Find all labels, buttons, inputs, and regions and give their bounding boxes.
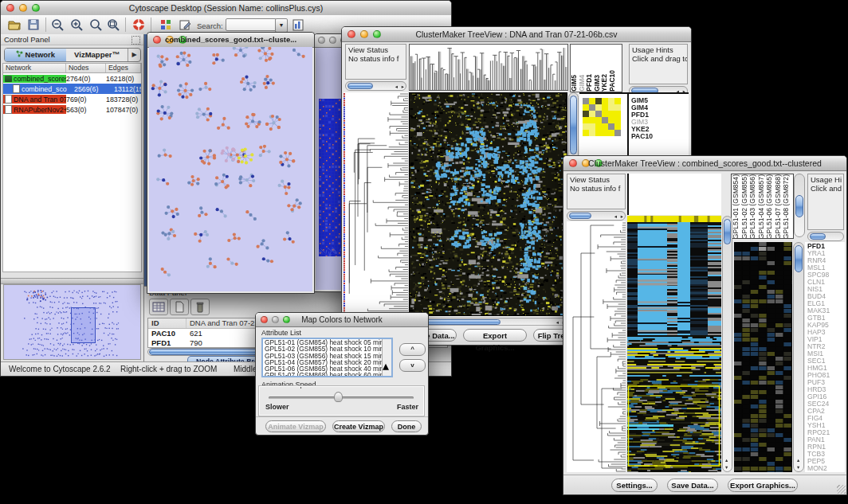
column-label[interactable]: GPL51-07 (GSM868) [774,174,783,239]
gene-list-vscroll[interactable]: ▴ ▾ [793,242,804,472]
column-labels-vscroll[interactable] [794,174,805,237]
row-dendrogram[interactable] [344,92,408,316]
usage-hints-hscroll[interactable] [807,232,844,241]
scroll-left-icon[interactable]: ◂ [395,84,398,90]
move-up-button[interactable]: ^ [399,343,426,356]
speed-slider-thumb[interactable] [334,392,343,402]
resize-grip[interactable] [837,485,846,494]
column-label[interactable]: GPL51-01 (GSM854) [732,174,740,239]
panel-splitter[interactable] [1,278,143,284]
chart-icon[interactable] [291,18,305,32]
create-vizmap-button[interactable]: Create Vizmap [332,420,385,432]
zoom-in-icon[interactable] [69,18,84,32]
birdseye-viewport-rect[interactable] [71,307,96,343]
control-panel-tabs: Network VizMapper™ ▶ [4,48,141,62]
cluster-heatmap-canvas [734,242,792,472]
attribute-list[interactable]: GPL51-01 (GSM854) heat shock 05 minGPL51… [261,338,393,377]
scroll-down-icon[interactable]: ▾ [725,464,728,471]
column-dendrogram[interactable] [409,44,568,91]
tab-vizmapper[interactable]: VizMapper™ [66,49,128,61]
gene-label[interactable]: MON2 [807,465,845,472]
cluster-correlation-map[interactable] [583,98,621,136]
done-button[interactable]: Done [391,420,422,432]
save-icon[interactable] [26,18,41,32]
control-panel-header: Control Panel [1,34,143,45]
row-dendrogram[interactable] [567,221,626,472]
treeview2-footer: Settings... Save Data... Export Graphics… [563,475,846,494]
scroll-up-icon[interactable]: ▴ [383,359,389,373]
col-id[interactable]: ID [148,318,186,328]
scroll-down-icon[interactable]: ▾ [797,464,799,471]
save-data-button[interactable]: Save Data... [667,479,718,492]
scroll-right-icon[interactable]: ▸ [621,213,623,220]
map-colors-dialog: Map Colors to Network Attribute List GPL… [255,312,429,436]
tab-overflow-arrow[interactable]: ▶ [128,49,140,61]
scroll-up-icon[interactable]: ▴ [725,457,728,463]
scroll-thumb[interactable] [383,339,391,358]
network-row-icon [5,95,12,104]
export-graphics-button[interactable]: Export Graphics... [728,479,798,492]
main-titlebar[interactable]: Cytoscape Desktop (Session Name: collins… [1,1,451,16]
edit-network-icon[interactable] [178,18,192,32]
view-status-hscroll[interactable]: ◂ ▸ [567,211,626,221]
heatmap-vscroll[interactable]: ▴ ▾ [722,216,732,472]
column-label[interactable]: PAC10 [609,70,617,92]
minimize-button[interactable] [329,37,336,44]
network-table-row[interactable]: combined_scores 2764(0) 16218(0) [3,73,141,84]
animate-vizmap-button[interactable]: Animate Vizmap [265,420,326,432]
treeview2-titlebar[interactable]: ClusterMaker TreeView : combined_scores_… [563,156,846,171]
delete-attribute-button[interactable] [190,299,210,315]
column-label[interactable]: GPL51-02 (GSM855) [740,174,749,239]
attribute-item[interactable]: GPL51-07 (GSM868) heat shock 60 min [263,372,391,377]
select-attributes-button[interactable] [149,299,168,315]
zoom-selected-icon[interactable] [106,18,120,32]
faster-label: Faster [397,403,418,411]
tab-network[interactable]: Network [5,49,66,61]
view-status-box: View Status No status info f [345,44,406,80]
close-button[interactable] [318,37,325,44]
network-table-row[interactable]: combined_sco 2569(6) 13112(15) [3,84,141,94]
col-network[interactable]: Network [3,64,66,72]
main-heatmap[interactable] [627,216,721,472]
zoom-fit-icon[interactable] [88,18,103,32]
column-labels: GPL51-01 (GSM854)GPL51-02 (GSM855)GPL51-… [731,174,794,239]
zoom-out-icon[interactable] [50,18,65,32]
network-window-titlebar[interactable]: combined_scores_good.txt--cluste... [147,33,314,48]
view-status-hscroll[interactable]: ◂ ▸ [345,81,406,91]
network-table-row[interactable]: RNAPuberNov2+ 563(0) 107847(0) [3,104,141,115]
network-canvas[interactable] [149,47,312,291]
move-down-button[interactable]: v [399,359,426,372]
gene-label[interactable]: PAC10 [631,133,689,140]
selected-cluster-heatmap[interactable] [734,242,792,472]
treeview2-title: ClusterMaker TreeView : combined_scores_… [563,158,846,168]
attribute-items: GPL51-01 (GSM854) heat shock 05 minGPL51… [263,339,391,377]
scroll-right-icon[interactable]: ▸ [402,84,404,90]
float-panel-icon[interactable] [132,36,140,45]
settings-button[interactable]: Settings... [611,479,658,492]
attribute-list-label: Attribute List [261,329,301,337]
network-view-window: combined_scores_good.txt--cluste... [147,32,315,294]
col-nodes[interactable]: Nodes [66,64,106,72]
vizmapper-icon[interactable] [159,18,173,32]
search-dropdown-button[interactable]: ▼ [275,18,288,33]
help-lifesaver-icon[interactable] [132,18,146,32]
search-input[interactable] [226,18,277,31]
column-label[interactable]: GPL51-08 (GSM872) [782,174,791,239]
column-label[interactable]: GPL51-06 (GSM865) [765,174,774,239]
main-heatmap[interactable] [409,92,567,316]
birdseye-overview[interactable] [3,284,141,360]
new-attribute-button[interactable] [170,299,189,315]
attribute-list-vscroll[interactable]: ▴ ▾ [382,339,391,376]
network-table-row[interactable]: DNA and Tran 07 769(0) 183728(0) [3,94,141,104]
network-window-title: combined_scores_good.txt--cluste... [147,35,314,44]
treeview1-titlebar[interactable]: ClusterMaker TreeView : DNA and Tran 07-… [342,27,691,42]
col-edges[interactable]: Edges [106,64,141,72]
column-label[interactable]: GPL51-03 (GSM856) [748,174,757,239]
usage-hints-title: Usage Hi [811,175,842,184]
scroll-left-icon[interactable]: ◂ [614,213,617,220]
export-graphics-button[interactable]: Export Graphics... [463,329,527,342]
open-file-icon[interactable] [7,18,22,32]
column-label[interactable]: GPL51-04 (GSM857) [757,174,766,239]
dialog-titlebar[interactable]: Map Colors to Network [256,313,428,327]
scroll-up-icon[interactable]: ▴ [797,457,799,463]
